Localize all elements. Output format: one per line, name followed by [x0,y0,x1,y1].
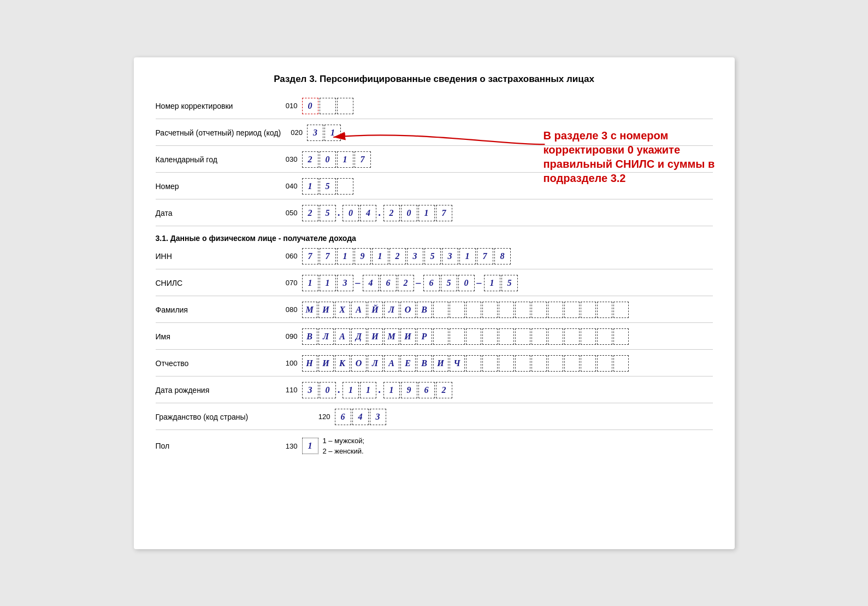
cells-snils: 1 1 3 – 4 6 2 – 6 5 0 – 1 5 [302,275,518,291]
cells-040: 1 5 [302,178,353,195]
cells-050: 2 5 . 0 4 . 2 0 1 7 [302,205,452,221]
code-080: 080 [276,305,298,314]
label-dob: Дата рождения [156,386,276,395]
code-130: 130 [276,442,298,450]
cells-dob: 3 0 . 1 1 . 1 9 6 2 [302,382,452,398]
row-familiya: Фамилия 080 М И Х А Й Л О В [156,302,713,323]
form-page: Раздел 3. Персонифицированные сведения о… [134,57,735,549]
date-d1: 2 [302,205,318,221]
cell-empty-3 [337,178,353,195]
cell-0: 0 [302,98,318,114]
code-060: 060 [276,252,298,260]
cell-5: 5 [320,178,336,195]
cell-0: 0 [320,151,336,168]
cells-imya: В Л А Д И М И Р [302,328,629,345]
cells-020: 3 1 [307,125,341,141]
cells-pol: 1 [302,438,318,454]
label-nomer: Номер [156,182,276,191]
label-nomer-korrektirovki: Номер корректировки [156,102,276,110]
cell-empty-2 [337,98,353,114]
cells-otchestvo: Н И К О Л А Е В И Ч [302,355,629,372]
cell-3: 3 [307,125,323,141]
row-date: Дата 050 2 5 . 0 4 . 2 0 1 7 [156,205,713,226]
cells-familiya: М И Х А Й Л О В [302,302,629,318]
cells-030: 2 0 1 7 [302,151,371,168]
label-date: Дата [156,209,276,217]
annotation-box: В разделе 3 с номером корректировки 0 ук… [544,128,718,185]
row-dob: Дата рождения 110 3 0 . 1 1 . 1 9 6 2 [156,382,713,403]
pol-note: 1 – мужской; 2 – женский. [323,436,365,457]
code-010: 010 [276,102,298,110]
code-090: 090 [276,332,298,340]
date-m2: 4 [360,205,376,221]
date-y4: 7 [436,205,452,221]
label-inn: ИНН [156,252,276,261]
date-y3: 1 [418,205,435,221]
row-otchestvo: Отчество 100 Н И К О Л А Е В И Ч [156,355,713,376]
date-m1: 0 [343,205,359,221]
code-020: 020 [281,128,303,137]
date-y1: 2 [383,205,400,221]
label-otchestvo: Отчество [156,359,276,368]
cell-1: 1 [324,125,341,141]
row-inn: ИНН 060 7 7 1 9 1 2 3 5 3 1 7 8 [156,248,713,269]
cell-2: 2 [302,151,318,168]
page-title: Раздел 3. Персонифицированные сведения о… [156,74,713,85]
cell-1c: 1 [302,178,318,195]
label-snils: СНИЛС [156,279,276,287]
date-sep1: . [338,207,341,219]
date-d2: 5 [320,205,336,221]
code-110: 110 [276,386,298,394]
code-040: 040 [276,182,298,190]
row-pol: Пол 130 1 1 – мужской; 2 – женский. [156,436,713,461]
date-y2: 0 [401,205,417,221]
section-subtitle: 3.1. Данные о физическом лице - получате… [156,234,713,243]
label-pol: Пол [156,442,276,450]
cell-7: 7 [355,151,371,168]
cells-citizenship: 6 4 3 [335,409,386,425]
cell-1b: 1 [337,151,353,168]
date-sep2: . [379,207,381,219]
label-familiya: Фамилия [156,305,276,314]
code-070: 070 [276,279,298,287]
label-year: Календарный год [156,155,276,164]
row-snils: СНИЛС 070 1 1 3 – 4 6 2 – 6 5 0 – 1 5 [156,275,713,296]
annotation-text: В разделе 3 с номером корректировки 0 ук… [544,128,718,185]
code-050: 050 [276,209,298,217]
code-100: 100 [276,359,298,367]
cells-010: 0 [302,98,353,114]
row-nomer-korrektirovki: Номер корректировки 010 0 [156,98,713,119]
label-period: Расчетный (отчетный) период (код) [156,128,281,137]
label-citizenship: Гражданство (код страны) [156,413,309,421]
cells-inn: 7 7 1 9 1 2 3 5 3 1 7 8 [302,248,511,264]
label-imya: Имя [156,332,276,341]
code-120: 120 [309,413,330,421]
code-030: 030 [276,155,298,163]
cell-empty-1 [320,98,336,114]
row-imya: Имя 090 В Л А Д И М И Р [156,328,713,350]
row-citizenship: Гражданство (код страны) 120 6 4 3 [156,409,713,430]
